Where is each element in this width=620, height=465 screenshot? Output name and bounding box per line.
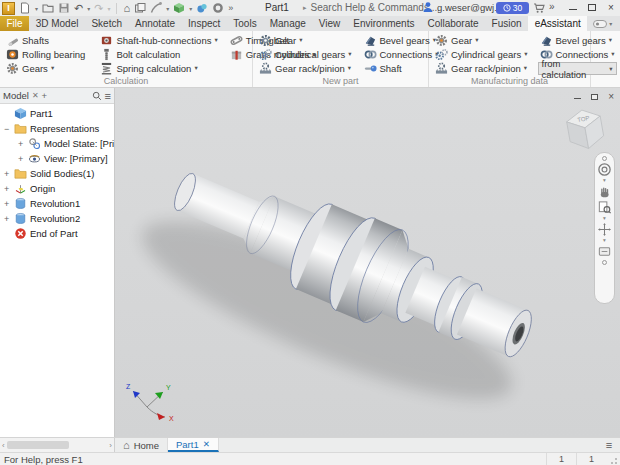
save-icon[interactable] [58, 2, 70, 14]
shaft-hub-connections-button[interactable]: Shaft-hub-connections▾ [98, 33, 219, 47]
shaft-model[interactable] [115, 88, 620, 437]
new-cylindrical-gears-button[interactable]: Cylindrical gears▾ [257, 47, 354, 61]
ribbon-display-toggle[interactable]: ▾ [593, 16, 612, 31]
doc-tab-close-icon[interactable]: ✕ [203, 439, 210, 449]
home-view-icon[interactable]: ⌂ [123, 2, 130, 15]
resize-grip[interactable] [606, 453, 620, 465]
navigation-wheel-icon[interactable] [597, 162, 612, 177]
mfg-gear-button[interactable]: Gear▾ [433, 33, 530, 47]
ribbon-toggle-arrow[interactable]: ▾ [609, 20, 612, 27]
tab-environments[interactable]: Environments [347, 16, 421, 31]
tab-3d-model[interactable]: 3D Model [29, 16, 85, 31]
expand-toggle[interactable]: + [4, 169, 14, 179]
pan-hand-icon[interactable] [597, 184, 612, 199]
tab-sketch[interactable]: Sketch [85, 16, 129, 31]
maximize-button[interactable] [587, 2, 597, 12]
new-gear-rack-pinion-button[interactable]: Gear rack/pinion▾ [257, 61, 354, 75]
orbit-icon[interactable] [597, 222, 612, 237]
trial-days-badge[interactable]: 30 [496, 2, 529, 14]
manufacturing-source-combobox[interactable]: from calculation▾ [538, 62, 617, 75]
mfg-bevel-gears-button[interactable]: Bevel gears▾ [538, 33, 617, 47]
gears-button[interactable]: Gears▾ [4, 61, 90, 75]
tab-eassistant[interactable]: eAssistant [528, 16, 587, 31]
undo-icon[interactable]: ↶ [74, 2, 83, 15]
browser-search-icon[interactable] [92, 91, 102, 101]
browser-menu-icon[interactable]: ≡ [105, 90, 111, 102]
tab-tools[interactable]: Tools [227, 16, 263, 31]
expand-toggle[interactable]: + [4, 214, 14, 224]
material-dropdown-arrow[interactable]: ▾ [189, 5, 192, 12]
combobox-arrow[interactable]: ▾ [609, 65, 612, 73]
settings-donut-icon[interactable] [212, 2, 224, 14]
tab-file[interactable]: File [0, 16, 29, 31]
doc-restore-button[interactable] [591, 94, 598, 100]
tree-item-solid-bodies[interactable]: +Solid Bodies(1) [0, 166, 114, 181]
browser-panel-tab[interactable]: Model [3, 90, 29, 101]
shafts-button[interactable]: Shafts [4, 33, 90, 47]
new-gear-button[interactable]: Gear▾ [257, 33, 354, 47]
expand-toggle[interactable]: + [4, 184, 14, 194]
browser-close-icon[interactable]: ✕ [32, 91, 39, 100]
tree-item-end-of-part[interactable]: End of Part [0, 226, 114, 241]
browser-horizontal-scrollbar[interactable]: ‹ › [0, 438, 115, 452]
navbar-options-icon[interactable] [602, 156, 607, 161]
cart-icon[interactable] [533, 2, 545, 14]
titlebar-overflow-icon[interactable]: » [549, 1, 555, 12]
appearance-icon[interactable] [196, 2, 208, 14]
expand-toggle[interactable]: + [18, 139, 28, 149]
doc-tab-home[interactable]: ⌂ Home [115, 438, 168, 452]
undo-dropdown-arrow[interactable]: ▾ [87, 5, 90, 12]
scroll-left-icon[interactable]: ‹ [2, 441, 5, 450]
redo-dropdown-arrow[interactable]: ▾ [107, 5, 110, 12]
scrollbar-thumb[interactable] [7, 441, 69, 449]
new-file-dropdown-arrow[interactable]: ▾ [35, 5, 38, 12]
bolt-calculation-button[interactable]: Bolt calculation [98, 47, 219, 61]
navbar-arrow[interactable]: ▾ [603, 216, 606, 221]
expand-toggle[interactable]: − [4, 124, 14, 134]
mfg-gear-rack-pinion-button[interactable]: Gear rack/pinion▾ [433, 61, 530, 75]
open-file-icon[interactable] [42, 2, 54, 14]
tree-item-model-state[interactable]: +Model State: [Prim [0, 136, 114, 151]
tree-item-revolution1[interactable]: +Revolution1 [0, 196, 114, 211]
view-cube[interactable]: TOP [558, 102, 610, 154]
tree-item-representations[interactable]: −Representations [0, 121, 114, 136]
mfg-cylindrical-gears-button[interactable]: Cylindrical gears▾ [433, 47, 530, 61]
look-at-icon[interactable] [597, 244, 612, 259]
close-button[interactable]: × [606, 2, 616, 12]
doc-close-button[interactable]: × [608, 91, 614, 102]
tree-item-origin[interactable]: +Origin [0, 181, 114, 196]
search-expander-icon[interactable]: ▸ [303, 4, 307, 12]
navbar-arrow[interactable]: ▾ [603, 238, 606, 243]
zoom-icon[interactable] [597, 200, 612, 215]
expand-toggle[interactable]: + [4, 199, 14, 209]
material-icon[interactable] [173, 2, 185, 14]
sweep-icon[interactable] [150, 2, 162, 14]
minimize-button[interactable] [568, 2, 578, 12]
tab-fusion[interactable]: Fusion [485, 16, 528, 31]
spring-calculation-button[interactable]: Spring calculation▾ [98, 61, 219, 75]
switch-window-icon[interactable] [134, 2, 146, 14]
tab-collaborate[interactable]: Collaborate [421, 16, 485, 31]
redo-icon[interactable]: ↷ [94, 2, 103, 15]
navbar-arrow[interactable]: ▾ [603, 178, 606, 183]
tab-view[interactable]: View [312, 16, 347, 31]
search-input[interactable]: ▸ Search Help & Commands... [303, 2, 437, 13]
tree-item-revolution2[interactable]: +Revolution2 [0, 211, 114, 226]
browser-add-tab-icon[interactable]: + [42, 90, 48, 101]
expand-toggle[interactable]: + [18, 154, 28, 164]
tab-inspect[interactable]: Inspect [182, 16, 227, 31]
graphics-viewport[interactable]: × TOP ▾ ▾ ▾ [115, 88, 620, 437]
tab-manage[interactable]: Manage [263, 16, 312, 31]
tab-bar-menu-icon[interactable]: ≡ [598, 438, 620, 452]
rolling-bearing-button[interactable]: Rolling bearing [4, 47, 90, 61]
tree-item-view-primary[interactable]: +View: [Primary] [0, 151, 114, 166]
doc-minimize-button[interactable] [574, 94, 581, 100]
new-file-icon[interactable] [19, 2, 31, 14]
navbar-options-icon[interactable] [602, 260, 607, 265]
tab-annotate[interactable]: Annotate [129, 16, 182, 31]
doc-tab-part1[interactable]: Part1 ✕ [168, 438, 219, 452]
qat-overflow-icon[interactable]: » [228, 2, 233, 15]
scroll-right-icon[interactable]: › [109, 441, 112, 450]
tree-item-part1[interactable]: Part1 [0, 106, 114, 121]
sweep-dropdown-arrow[interactable]: ▾ [166, 5, 169, 12]
